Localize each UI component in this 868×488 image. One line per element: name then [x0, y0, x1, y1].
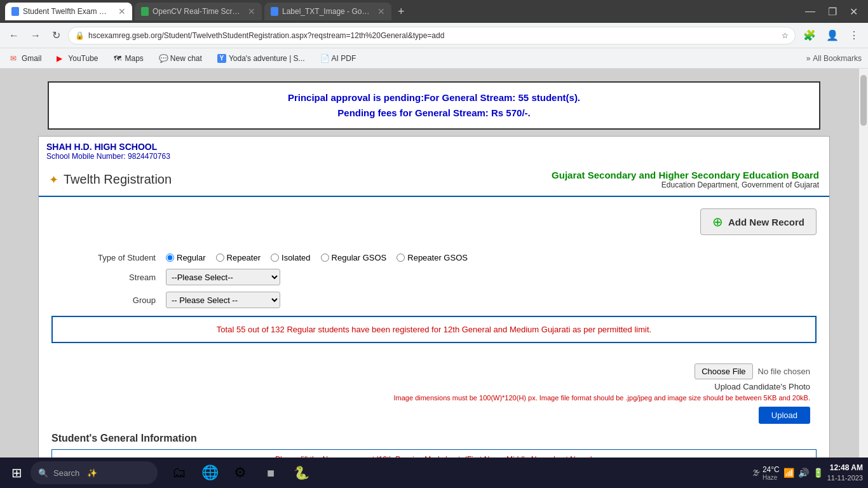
weather-icon: 🌫 [752, 468, 760, 477]
time-display[interactable]: 12:48 AM 11-11-2023 [827, 463, 863, 483]
student-type-row: Type of Student Regular Repeater Isol [51, 253, 817, 262]
tab-2-title: OpenCV Real-Time Screen Capt… [153, 7, 241, 16]
weather-condition: Haze [763, 474, 780, 481]
school-name: SHAH H.D. HIGH SCHOOL [46, 142, 822, 152]
radio-regular[interactable]: Regular [166, 253, 206, 262]
add-new-label: Add New Record [728, 217, 804, 227]
students-title: Student's General Information [51, 433, 817, 444]
network-icon[interactable]: 📶 [783, 468, 794, 478]
battery-icon[interactable]: 🔋 [813, 468, 824, 478]
new-tab-button[interactable]: + [394, 3, 409, 21]
bookmark-youtube[interactable]: ▶ YouTube [53, 53, 102, 64]
tab-bar: Student Twelfth Exam Registrati… ✕ OpenC… [0, 0, 868, 23]
volume-icon[interactable]: 🔊 [798, 468, 809, 478]
bookmark-yoda[interactable]: Y Yoda's adventure | S... [214, 53, 309, 64]
address-bar[interactable]: 🔒 hscexamreg.gseb.org/Student/TwelvethSt… [68, 27, 796, 44]
main-form-container: SHAH H.D. HIGH SCHOOL School Mobile Numb… [38, 136, 830, 458]
stream-select[interactable]: --Please Select-- [166, 269, 280, 285]
tab-3-close[interactable]: ✕ [377, 6, 385, 17]
taskbar-explorer[interactable]: 🗂 [165, 459, 193, 487]
bookmark-maps[interactable]: 🗺 Maps [110, 53, 147, 64]
taskbar-chrome[interactable]: 🌐 [196, 459, 224, 487]
tab-2-favicon [141, 7, 149, 16]
upload-hint: Image dimensions must be 100(W)*120(H) p… [394, 394, 810, 402]
radio-regular-gsos-input[interactable] [321, 254, 329, 262]
clock-date: 11-11-2023 [827, 473, 863, 483]
radio-repeater-label: Repeater [227, 253, 261, 262]
radio-repeater-input[interactable] [216, 254, 224, 262]
forward-button[interactable]: → [27, 27, 44, 44]
add-new-section: ⊕ Add New Record [39, 197, 829, 247]
bookmark-gmail-label: Gmail [22, 54, 41, 63]
choose-file-button[interactable]: Choose File [695, 363, 752, 379]
explorer-icon: 🗂 [172, 464, 186, 481]
extensions-button[interactable]: 🧩 [799, 27, 820, 44]
profile-button[interactable]: 👤 [822, 27, 843, 44]
bookmark-aipdf[interactable]: 📄 AI PDF [316, 53, 360, 64]
form-title: Twelth Registration [64, 172, 172, 187]
bookmark-youtube-label: YouTube [68, 54, 98, 63]
star-icon: ✦ [49, 173, 58, 187]
students-section: Student's General Information Please fil… [39, 426, 829, 458]
info-text: Total 55 out of 132 Regular students hav… [217, 325, 651, 334]
gseb-title: Gujarat Secondary and Higher Secondary E… [552, 170, 819, 180]
tab-1-favicon [11, 7, 19, 16]
radio-regular-input[interactable] [166, 254, 174, 262]
taskbar-search[interactable]: 🔍 Search ✨ [31, 461, 158, 484]
star-bookmark-icon[interactable]: ☆ [782, 31, 789, 40]
terminal-icon: ■ [267, 466, 275, 480]
taskbar-python[interactable]: 🐍 [287, 459, 315, 487]
bookmark-newchat[interactable]: 💬 New chat [155, 53, 206, 64]
radio-regular-gsos-label: Regular GSOS [332, 253, 387, 262]
maps-icon: 🗺 [114, 54, 123, 63]
upload-button[interactable]: Upload [759, 407, 810, 424]
tab-1-close[interactable]: ✕ [118, 6, 126, 17]
radio-regular-gsos[interactable]: Regular GSOS [321, 253, 387, 262]
radio-isolated-label: Isolated [281, 253, 311, 262]
bookmark-gmail[interactable]: ✉ Gmail [6, 53, 45, 64]
radio-isolated-input[interactable] [271, 254, 279, 262]
reload-button[interactable]: ↻ [48, 27, 64, 44]
group-row: Group -- Please Select -- [51, 292, 817, 308]
upload-row: Choose File No file chosen [695, 363, 810, 379]
back-button[interactable]: ← [5, 27, 23, 44]
upload-section: Choose File No file chosen Upload Candid… [39, 357, 829, 426]
bookmark-aipdf-label: AI PDF [332, 54, 356, 63]
stream-label: Stream [51, 273, 166, 282]
sparkle-icon: ✨ [87, 468, 97, 478]
tab-3-favicon [271, 7, 278, 16]
all-bookmarks-label: All Bookmarks [813, 54, 862, 63]
bookmark-maps-label: Maps [125, 54, 144, 63]
group-select[interactable]: -- Please Select -- [166, 292, 280, 308]
taskbar-terminal[interactable]: ■ [257, 459, 285, 487]
restore-button[interactable]: ❐ [823, 3, 842, 20]
scrollbar-track[interactable] [859, 69, 868, 458]
no-file-text: No file chosen [758, 367, 810, 376]
taskbar-settings[interactable]: ⚙ [226, 459, 254, 487]
school-mobile: School Mobile Number: 9824470763 [46, 152, 822, 161]
windows-icon: ⊞ [11, 465, 22, 480]
all-bookmarks[interactable]: » All Bookmarks [806, 54, 862, 63]
system-tray: 📶 🔊 🔋 [783, 468, 824, 478]
school-mobile-number: 9824470763 [128, 152, 170, 161]
lock-icon: 🔒 [75, 31, 85, 40]
scrollbar-thumb[interactable] [860, 75, 867, 126]
menu-button[interactable]: ⋮ [845, 27, 863, 44]
minimize-button[interactable]: — [800, 3, 820, 20]
radio-isolated[interactable]: Isolated [271, 253, 311, 262]
radio-repeater-gsos[interactable]: Repeater GSOS [397, 253, 468, 262]
radio-repeater[interactable]: Repeater [216, 253, 261, 262]
yoda-icon: Y [217, 54, 226, 63]
tab-3[interactable]: Label_TXT_Image - Google Driv… ✕ [264, 3, 391, 20]
close-button[interactable]: ✕ [844, 3, 863, 20]
radio-repeater-gsos-label: Repeater GSOS [407, 253, 468, 262]
tab-1[interactable]: Student Twelfth Exam Registrati… ✕ [5, 3, 132, 20]
start-button[interactable]: ⊞ [5, 461, 28, 484]
student-type-label: Type of Student [51, 253, 166, 262]
tab-2-close[interactable]: ✕ [248, 6, 255, 17]
add-new-record-button[interactable]: ⊕ Add New Record [700, 208, 817, 235]
radio-repeater-gsos-input[interactable] [397, 254, 405, 262]
youtube-icon: ▶ [57, 54, 65, 63]
tab-2[interactable]: OpenCV Real-Time Screen Capt… ✕ [135, 3, 262, 20]
form-header: ✦ Twelth Registration Gujarat Secondary … [39, 163, 829, 197]
